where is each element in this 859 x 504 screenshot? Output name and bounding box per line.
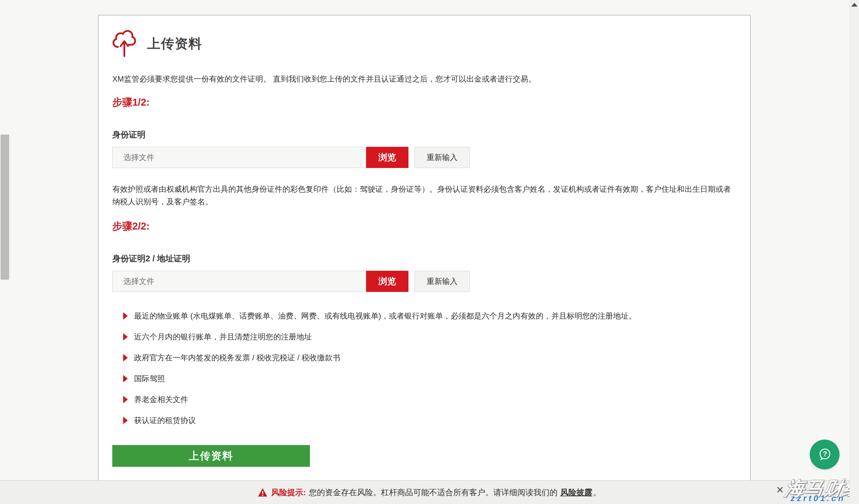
list-item: 最近的物业账单 (水电煤账单、话费账单、油费、网费、或有线电视账单)，或者银行对…: [123, 311, 736, 321]
file-row-step2: 浏览 重新输入: [112, 271, 736, 292]
requirements-list: 最近的物业账单 (水电煤账单、话费账单、油费、网费、或有线电视账单)，或者银行对…: [112, 311, 736, 426]
step1-heading: 步骤1/2:: [112, 96, 736, 109]
scrollbar-thumb[interactable]: [1, 135, 9, 280]
red-arrow-bullet-icon: [123, 333, 128, 341]
reset-button-step1[interactable]: 重新输入: [415, 147, 470, 168]
intro-text: XM监管必须要求您提供一份有效的文件证明。 直到我们收到您上传的文件并且认证通过…: [112, 74, 736, 84]
requirement-text: 最近的物业账单 (水电煤账单、话费账单、油费、网费、或有线电视账单)，或者银行对…: [134, 311, 636, 321]
list-item: 国际驾照: [123, 374, 736, 384]
risk-disclosure-link[interactable]: 风险披露: [560, 487, 592, 498]
requirement-text: 国际驾照: [134, 374, 165, 384]
question-chat-icon: ?: [817, 446, 833, 462]
identity-address-proof-label: 身份证明2 / 地址证明: [112, 253, 736, 265]
scrollbar[interactable]: [849, 0, 859, 504]
scroll-up-arrow-icon[interactable]: [851, 3, 858, 6]
identity-proof-label: 身份证明: [112, 129, 736, 141]
warning-triangle-icon: [258, 488, 267, 497]
risk-warning-bar: 风险提示: 您的资金存在风险。杠杆商品可能不适合所有客户。请详细阅读我们的 风险…: [0, 480, 859, 504]
help-chat-button[interactable]: ?: [810, 440, 840, 469]
step1-description: 有效护照或者由权威机构官方出具的其他身份证件的彩色复印件（比如：驾驶证，身份证等…: [112, 183, 736, 208]
cloud-upload-icon: [112, 30, 136, 58]
file-row-step1: 浏览 重新输入: [112, 147, 736, 168]
risk-text-suffix: 。: [593, 487, 601, 498]
requirement-text: 近六个月内的银行账单，并且清楚注明您的注册地址: [134, 332, 312, 342]
step2-heading: 步骤2/2:: [112, 220, 736, 233]
file-select-input-step2[interactable]: [112, 271, 366, 292]
watermark-domain: zzrt01.cn: [790, 493, 845, 503]
red-arrow-bullet-icon: [123, 375, 128, 382]
list-item: 政府官方在一年内签发的税务发票 / 税收完税证 / 税收缴款书: [123, 352, 736, 363]
list-item: 获认证的租赁协议: [123, 415, 736, 426]
red-arrow-bullet-icon: [123, 312, 128, 320]
requirement-text: 政府官方在一年内签发的税务发票 / 税收完税证 / 税收缴款书: [134, 352, 340, 363]
requirement-text: 养老金相关文件: [134, 394, 188, 405]
reset-button-step2[interactable]: 重新输入: [415, 271, 470, 292]
upload-documents-card: 上传资料 XM监管必须要求您提供一份有效的文件证明。 直到我们收到您上传的文件并…: [98, 15, 751, 481]
red-arrow-bullet-icon: [123, 417, 128, 424]
risk-label: 风险提示:: [271, 487, 306, 498]
list-item: 近六个月内的银行账单，并且清楚注明您的注册地址: [123, 332, 736, 342]
page-title: 上传资料: [147, 35, 202, 53]
page: { "upload_card": { "title": "上传资料", "int…: [0, 0, 859, 504]
card-header: 上传资料: [112, 30, 736, 58]
requirement-text: 获认证的租赁协议: [134, 415, 196, 426]
list-item: 养老金相关文件: [123, 394, 736, 405]
file-select-input-step1[interactable]: [112, 147, 366, 168]
browse-button-step1[interactable]: 浏览: [366, 147, 408, 168]
upload-submit-button[interactable]: 上传资料: [112, 445, 310, 467]
svg-text:?: ?: [823, 450, 827, 458]
red-arrow-bullet-icon: [123, 354, 128, 361]
risk-text: 您的资金存在风险。杠杆商品可能不适合所有客户。请详细阅读我们的: [309, 487, 557, 498]
browse-button-step2[interactable]: 浏览: [366, 271, 408, 292]
red-arrow-bullet-icon: [123, 396, 128, 403]
